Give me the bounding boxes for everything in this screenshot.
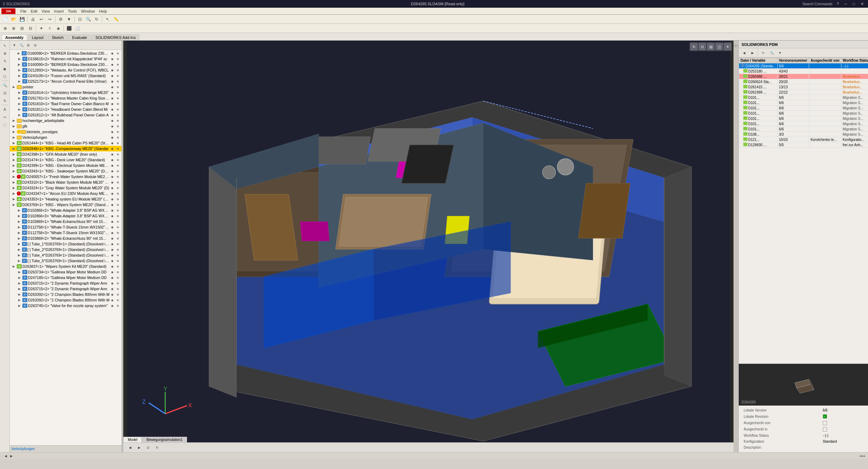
tree-item-action-btn[interactable]: ◉ xyxy=(110,56,115,61)
menu-file[interactable]: File xyxy=(18,8,29,15)
pdm-table-row[interactable]: D253180 ...43/4340/43 xyxy=(739,69,868,74)
tree-item-action-btn[interactable]: ◉ xyxy=(110,219,115,224)
tree-item-action-btn[interactable]: ◉ xyxy=(110,152,115,157)
tree-item[interactable]: ▶!AD243347<1> "Aircon EU 230V Module Ass… xyxy=(10,191,122,196)
tree-item-action-btn[interactable]: ⊕ xyxy=(115,247,120,252)
tree-item-action-btn[interactable]: ⊕ xyxy=(115,141,120,145)
vp-zoom-btn[interactable]: ⊡ xyxy=(698,43,706,50)
tree-arrow-icon[interactable]: ▶ xyxy=(13,197,17,201)
asm-btn-4[interactable]: ⊟ xyxy=(27,25,34,32)
tree-item-action-btn[interactable]: ◉ xyxy=(110,73,115,78)
tree-arrow-icon[interactable]: ▶ xyxy=(13,85,17,89)
tree-arrow-icon[interactable]: ▶ xyxy=(18,253,22,257)
vp-bottom-btn-3[interactable]: ⊡ xyxy=(144,444,152,451)
tree-arrow-icon[interactable]: ▶ xyxy=(13,141,17,145)
new-btn[interactable]: 📄 xyxy=(1,15,9,23)
tree-arrow-icon[interactable]: ▶ xyxy=(18,52,22,55)
tree-item-action-btn[interactable]: ◉ xyxy=(110,202,115,207)
tree-arrow-icon[interactable]: ▶ xyxy=(18,242,22,246)
pdm-table-row[interactable]: D129830 ...5/5frei zur Anh...5/5 xyxy=(739,142,868,148)
tree-item-action-btn[interactable]: ⊕ xyxy=(115,56,120,61)
tab-motion[interactable]: Bewegungssimulation1 xyxy=(142,437,187,442)
tree-item-action-btn[interactable]: ◉ xyxy=(110,275,115,280)
vp-lighting-btn[interactable]: ☀ xyxy=(724,43,731,50)
tab-assembly[interactable]: Assembly xyxy=(1,34,27,40)
tree-item-action-btn[interactable]: ◉ xyxy=(110,208,115,213)
tree-item[interactable]: ▶AD263769<1> "KBG - Wipers System ME20" … xyxy=(10,202,122,208)
zoom-in-btn[interactable]: 🔍 xyxy=(84,15,92,23)
tree-arrow-icon[interactable]: ▶ xyxy=(13,136,17,139)
tree-arrow-icon[interactable]: ▶ xyxy=(13,265,17,268)
tree-item-action-btn[interactable]: ⊕ xyxy=(115,185,120,190)
lt-btn-11[interactable]: ⬚ xyxy=(1,121,8,128)
asm-btn-5[interactable]: ✦ xyxy=(37,25,45,32)
tree-item[interactable]: ▶P[ ] Tube_5^D263769<1> (Standard) (Diss… xyxy=(10,258,122,264)
lt-btn-1[interactable]: ↖ xyxy=(1,42,8,49)
tree-arrow-icon[interactable]: ▶ xyxy=(13,164,17,167)
tree-arrow-icon[interactable]: ▶ xyxy=(13,203,17,206)
tree-item-action-btn[interactable]: ◉ xyxy=(110,253,115,258)
tree-item-action-btn[interactable]: ◉ xyxy=(110,129,115,134)
tree-item-action-btn[interactable]: ◉ xyxy=(110,174,115,179)
lt-btn-5[interactable]: ⬡ xyxy=(1,73,8,80)
tree-item-action-btn[interactable]: ◉ xyxy=(110,247,115,252)
pdm-table-row[interactable]: D260488 ...20/21Bearbeitun...20/21 xyxy=(739,74,868,79)
pdm-search-btn[interactable]: 🔍 xyxy=(768,49,776,57)
tree-item-action-btn[interactable]: ⊕ xyxy=(115,113,120,117)
pdm-table-row[interactable]: D101...6/6Migration S...6/6 xyxy=(739,116,868,121)
tree-item-action-btn[interactable]: ◉ xyxy=(110,68,115,73)
tree-arrow-icon[interactable]: ▶ xyxy=(13,119,17,122)
tree-arrow-icon[interactable]: ▶ xyxy=(18,298,22,302)
tree-item[interactable]: ▶PD263392<1> "2 Champion Blades 800mm Wi… xyxy=(10,292,122,297)
tree-item-action-btn[interactable]: ◉ xyxy=(110,146,115,151)
rotate-btn[interactable]: ↻ xyxy=(93,15,101,23)
tree-item-action-btn[interactable]: ⊕ xyxy=(115,292,120,297)
tree-item[interactable]: ▶Verknüpfungen◉⊕ xyxy=(10,135,122,140)
tree-item[interactable]: ▶PD252173<1> "Aircon Control Panel Elite… xyxy=(10,79,122,84)
print-btn[interactable]: 🖨 xyxy=(29,15,37,23)
tab-model[interactable]: Model xyxy=(123,437,142,442)
tree-arrow-icon[interactable]: ▶ xyxy=(18,108,22,111)
tree-item-action-btn[interactable]: ⊕ xyxy=(115,213,120,218)
tree-item-action-btn[interactable]: ⊕ xyxy=(115,169,120,174)
tree-item-action-btn[interactable]: ⊕ xyxy=(115,68,120,73)
menu-help[interactable]: Help xyxy=(97,8,109,15)
tree-arrow-icon[interactable]: ▶ xyxy=(18,91,22,94)
tree-item-action-btn[interactable]: ⊕ xyxy=(115,107,120,112)
tree-item-action-btn[interactable]: ◉ xyxy=(110,191,115,196)
tree-item[interactable]: ▶PD112758<3> "Whale-T-Stueck 15mm WX1502… xyxy=(10,230,122,236)
tree-arrow-icon[interactable]: ▶ xyxy=(13,147,17,150)
tree-item[interactable]: ▶PD261761<1> "Mattress Master Cabin King… xyxy=(10,95,122,101)
tab-sketch[interactable]: Sketch xyxy=(48,34,68,40)
status-btn-2[interactable]: ▶ xyxy=(8,453,14,459)
tree-item-action-btn[interactable]: ◉ xyxy=(110,286,115,291)
asm-btn-3[interactable]: ⊞ xyxy=(18,25,26,32)
select-btn[interactable]: ↖ xyxy=(104,15,111,23)
tree-item[interactable]: ▶PD261811<1> "Headboard Owner Cabin Blen… xyxy=(10,107,122,112)
tree-item-action-btn[interactable]: ◉ xyxy=(110,79,115,84)
pdm-table-row[interactable]: D121...10/10Korotchenko le...Konfigurati… xyxy=(739,137,868,142)
tree-btn-collapse[interactable]: ⊟ xyxy=(32,42,39,48)
tree-item[interactable]: ▶PD102866<2> "Whale-Adapter 3.8" BSP AG … xyxy=(10,208,122,213)
pdm-table-row[interactable]: D101...6/6Migration S...6/6 xyxy=(739,106,868,111)
tree-arrow-icon[interactable]: ▶ xyxy=(18,248,22,251)
tree-arrow-icon[interactable]: ▶ xyxy=(13,158,17,162)
tree-arrow-icon[interactable]: ▶ xyxy=(18,231,22,234)
tree-item-action-btn[interactable]: ◉ xyxy=(110,163,115,168)
tree-arrow-icon[interactable]: ▶ xyxy=(13,181,17,184)
measure-btn[interactable]: 📏 xyxy=(112,15,120,23)
tree-item-action-btn[interactable]: ⊕ xyxy=(115,180,120,185)
tree-item-action-btn[interactable]: ⊕ xyxy=(115,152,120,157)
tree-item[interactable]: ▶PD263715<1> "2 Dynamic Pantograph Wiper… xyxy=(10,280,122,286)
tree-item[interactable]: ▶AD261444<1> "KBG - Head Aft Cabin PS ME… xyxy=(10,140,122,146)
vp-section-btn[interactable]: ▤ xyxy=(707,43,715,50)
asm-btn-8[interactable]: ⬛ xyxy=(65,25,73,32)
tree-item[interactable]: ▶P[ ] Tube_4^D263769<1> (Standard) (Diss… xyxy=(10,252,122,258)
tree-item-action-btn[interactable]: ⊕ xyxy=(115,275,120,280)
asm-btn-9[interactable]: ⬜ xyxy=(74,25,81,32)
tree-arrow-icon[interactable]: ▶ xyxy=(18,209,22,212)
tree-item-action-btn[interactable]: ⊕ xyxy=(115,225,120,230)
tree-arrow-icon[interactable]: ▶ xyxy=(18,293,22,296)
tree-item-action-btn[interactable]: ◉ xyxy=(110,101,115,106)
lt-btn-3[interactable]: ✎ xyxy=(1,57,8,64)
